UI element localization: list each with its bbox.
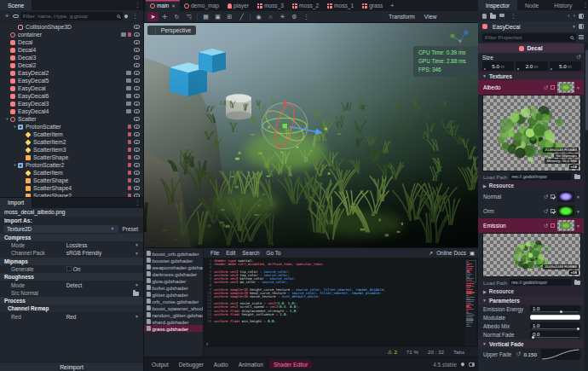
node-name[interactable]: Scatter (18, 116, 37, 122)
tree-row[interactable]: EasyDecal6 (0, 92, 143, 100)
script-icon[interactable] (128, 163, 131, 167)
visibility-eye-icon[interactable] (134, 86, 140, 90)
resource-menu-icon[interactable]: ⋮ (508, 13, 519, 20)
script-icon[interactable] (128, 132, 131, 136)
visibility-eye-icon[interactable] (134, 155, 140, 159)
shader-file-item[interactable]: boost_orb.gdshader (144, 250, 203, 257)
folder-icon[interactable] (574, 281, 580, 285)
collapse-file-list-button[interactable]: ‹ (206, 341, 208, 347)
node-name[interactable]: ScatterShape4 (33, 185, 72, 191)
tree-row[interactable]: ScatterItem2 (0, 138, 143, 146)
preset-button[interactable]: Preset (121, 226, 140, 232)
bottom-panel-tab[interactable]: Output (147, 360, 173, 368)
expand-arrow-icon[interactable]: ▾ (12, 163, 18, 167)
visibility-eye-icon[interactable] (134, 171, 140, 175)
edited-object-row[interactable]: EasyDecal ▼ (478, 21, 588, 32)
revert-icon[interactable]: ↺ (544, 194, 548, 200)
normal-thumbnail[interactable] (557, 191, 574, 202)
tree-row[interactable]: ScatterItem (0, 130, 143, 138)
tree-row[interactable]: Decal4 (0, 46, 143, 54)
script-icon[interactable] (128, 32, 131, 37)
node-name[interactable]: EasyDecal5 (18, 78, 49, 84)
viewport-tool-icon[interactable]: ◉ (253, 12, 264, 21)
texture-toggle-icon[interactable] (551, 209, 555, 213)
version-label[interactable]: 4.5.stable (433, 362, 457, 368)
shader-file-item[interactable]: booster.gdshader (144, 257, 203, 264)
chevron-down-icon[interactable]: ▼ (572, 24, 576, 29)
visibility-eye-icon[interactable] (134, 101, 140, 106)
load-path-value[interactable]: res://.godot/impor (510, 279, 572, 286)
script-icon[interactable] (128, 125, 131, 129)
bottom-panel-tab[interactable]: Animation (234, 360, 268, 368)
node-name[interactable]: Decal2 (18, 62, 36, 68)
expand-arrow-icon[interactable]: ▾ (4, 117, 10, 121)
tree-row[interactable]: Decal3 (0, 54, 143, 61)
size-z-field[interactable]: 5.0m (550, 61, 581, 71)
revert-icon[interactable]: ↺ (544, 223, 548, 229)
tree-row[interactable]: EasyDecal (0, 84, 143, 92)
import-property-row[interactable]: Process ▼ (0, 297, 143, 304)
viewport-3d[interactable]: ⋮Perspective CPU Time: 0.39 ms GPU Time:… (144, 23, 478, 247)
node-name[interactable]: ScatterItem (33, 131, 63, 137)
dock-menu-icon[interactable]: ⋮ (132, 0, 143, 10)
import-as-dropdown[interactable]: Texture2D ▼ (3, 225, 118, 233)
property-value[interactable]: Detect (66, 282, 82, 288)
node-name[interactable]: ScatterItem2 (33, 139, 66, 145)
node-name[interactable]: ProtonScatter2 (26, 162, 64, 168)
scene-instance-icon[interactable] (126, 109, 131, 113)
property-value[interactable]: Lossless (66, 242, 88, 248)
indent-mode[interactable]: Tabs (453, 349, 464, 355)
viewport-tool-icon[interactable]: ∩ (265, 12, 276, 21)
add-node-button[interactable]: + (3, 12, 11, 20)
scene-instance-icon[interactable] (126, 94, 131, 98)
albedo-property-row[interactable]: Albedo ↺ ▼ (478, 80, 584, 95)
normal-property-row[interactable]: Normal ↺ ▼ (478, 189, 584, 204)
fade-curve-widget[interactable] (541, 349, 580, 360)
node-name[interactable]: ProtonScatter (26, 124, 61, 130)
pin-icon[interactable] (124, 14, 129, 19)
folder-icon[interactable] (574, 175, 580, 179)
viewport-tool-icon[interactable]: ✛ (159, 12, 170, 21)
shader-file-item[interactable]: darkness.gdshader (144, 270, 203, 277)
tree-row[interactable]: EasyDecal2 (0, 69, 143, 77)
history-forward-icon[interactable]: › (574, 13, 575, 19)
inspector-tab[interactable]: Inspector (478, 0, 517, 10)
preview-options-icon[interactable] (485, 97, 488, 101)
transform-menu[interactable]: Transform (384, 14, 419, 20)
visibility-eye-icon[interactable] (134, 25, 140, 29)
tab-scene[interactable]: Scene (0, 0, 32, 10)
revert-icon[interactable]: ↺ (577, 54, 581, 61)
visibility-eye-icon[interactable] (134, 140, 140, 144)
scene-instance-icon[interactable] (126, 86, 131, 90)
tree-row[interactable]: ScatterItem3 (0, 146, 143, 154)
property-value[interactable]: On (73, 266, 81, 272)
viewport-tool-icon[interactable]: ➤ (147, 12, 159, 21)
shader-file-item[interactable]: random_glitter.gdshader (144, 311, 203, 318)
import-property-row[interactable]: Mipmaps ▼ (0, 258, 143, 265)
tree-row[interactable]: EasyDecal5 (0, 77, 143, 84)
shader-file-item[interactable]: weaponshader.gdshader (144, 264, 203, 270)
viewport-tool-icon[interactable] (195, 12, 199, 21)
visibility-eye-icon[interactable] (134, 125, 140, 129)
group-parameters[interactable]: ▼Parameters (478, 296, 584, 304)
inspector-tab[interactable]: Node (517, 0, 546, 10)
tree-row[interactable]: CollisionShape3D (0, 23, 143, 31)
node-name[interactable]: ScatterShape (33, 154, 68, 160)
clear-icon[interactable] (551, 223, 555, 228)
tab-import[interactable]: Import (0, 198, 32, 208)
scene-tab[interactable]: player ✕ (223, 0, 253, 11)
extra-options-icon[interactable] (579, 24, 584, 29)
visibility-eye-icon[interactable] (134, 48, 140, 52)
inspector-scrollbar[interactable] (585, 43, 588, 371)
new-resource-icon[interactable] (482, 14, 487, 19)
save-resource-icon[interactable] (499, 14, 504, 19)
edit-menu[interactable]: Edit (222, 250, 239, 256)
scene-tab[interactable]: demo_map ✕ (180, 0, 223, 11)
shader-file-item[interactable]: glow.gdshader (144, 277, 203, 284)
visibility-eye-icon[interactable] (134, 194, 140, 196)
viewport-tool-icon[interactable]: ⚙ (289, 12, 300, 21)
tree-row[interactable]: ScatterShape (0, 154, 143, 161)
resource-section[interactable]: ▶Resource (478, 182, 584, 189)
shader-file-item[interactable]: glitter.gdshader (144, 291, 203, 298)
size-x-field[interactable]: 5.0m (482, 61, 514, 71)
